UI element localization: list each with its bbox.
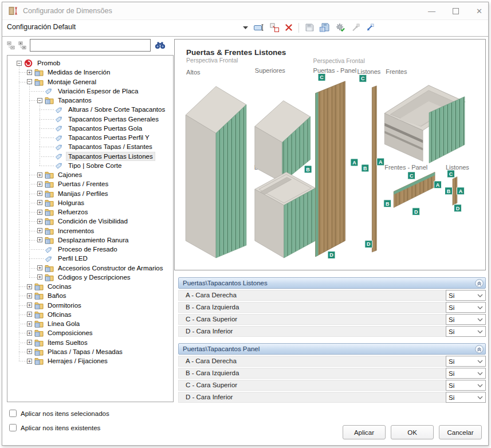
tree-toggle[interactable]: + — [27, 312, 32, 317]
configuration-name[interactable]: Configuración Default — [7, 23, 76, 31]
tree-item-label[interactable]: Incrementos — [56, 227, 96, 235]
close-button[interactable]: ✕ — [476, 7, 482, 15]
tree-item[interactable]: +Oficinas — [7, 310, 173, 319]
tree-item[interactable]: +Ítems Sueltos — [7, 338, 173, 347]
tree-item-label[interactable]: Condición de Visibilidad — [56, 217, 129, 225]
tree-item[interactable]: +Holguras — [7, 198, 173, 207]
import-configuration-icon[interactable] — [366, 23, 374, 32]
tree-item-label[interactable]: Alturas / Sobre Corte Tapacantos — [66, 105, 167, 113]
tree-item-label[interactable]: Tapacantos Tapas / Estantes — [66, 143, 154, 151]
property-select[interactable]: Si — [446, 326, 486, 337]
tree-toggle[interactable]: + — [37, 265, 42, 270]
property-select[interactable]: Si — [446, 368, 486, 379]
tree-toggle[interactable]: − — [27, 79, 32, 84]
maximize-button[interactable] — [453, 8, 459, 14]
tree-item[interactable]: Variación Espesor de Placa — [7, 87, 173, 96]
tree-item[interactable]: +Manijas / Perfiles — [7, 189, 173, 198]
tree-item[interactable]: Perfil LED — [7, 254, 173, 263]
save-configurations-icon[interactable] — [320, 23, 329, 32]
tree-item-label[interactable]: Cajones — [56, 171, 84, 179]
tree-toggle[interactable]: + — [27, 331, 32, 336]
collapse-group-button[interactable] — [475, 345, 484, 353]
apply-selected-items-checkbox-row[interactable]: Aplicar nos itens selecionados — [9, 410, 109, 417]
tree-toggle[interactable]: − — [37, 98, 42, 103]
expand-all-icon[interactable] — [18, 41, 27, 50]
tree-item[interactable]: +Cocinas — [7, 282, 173, 291]
property-select[interactable]: Si — [446, 356, 486, 367]
tree-toggle[interactable]: + — [27, 321, 32, 327]
tree-item[interactable]: +Línea Gola — [7, 319, 173, 328]
tree-toggle[interactable]: + — [37, 219, 42, 224]
copy-configuration-icon[interactable] — [270, 23, 279, 32]
tree-item-label[interactable]: Holguras — [56, 199, 86, 207]
apply-configuration-gear-icon[interactable] — [335, 23, 345, 32]
tree-item-label[interactable]: Tapacantos Puertas Listones — [66, 152, 155, 160]
tree-toggle[interactable]: + — [37, 191, 42, 196]
tree-item[interactable]: Tipo | Sobre Corte — [7, 161, 173, 170]
tree-item[interactable]: Tapacantos Puertas Gola — [7, 124, 173, 133]
apply-selected-items-checkbox[interactable] — [9, 410, 17, 417]
tree-item[interactable]: +Accesorios Constructor de Armarios — [7, 264, 173, 273]
tree-item[interactable]: +Baños — [7, 291, 173, 300]
tree-item-label[interactable]: Tapacantos Puertas Perfil Y — [66, 133, 151, 142]
tree-item[interactable]: +Placas / Tapas / Mesadas — [7, 347, 173, 356]
tree-toggle[interactable]: + — [27, 284, 32, 289]
minimize-button[interactable]: — — [428, 7, 435, 15]
tree-item-label[interactable]: Cocinas — [46, 282, 73, 290]
tree-item-label[interactable]: Refuerzos — [56, 208, 89, 216]
tree-item[interactable]: +Desplazamiento Ranura — [7, 235, 173, 245]
tree-item[interactable]: +Herrajes / Fijaciones — [7, 356, 173, 366]
tree-item-label[interactable]: Tapacantos Puertas Generales — [66, 115, 160, 123]
tree-item-label[interactable]: Promob — [36, 59, 62, 67]
tree-item-label[interactable]: Dormitorios — [46, 301, 83, 309]
tree-item[interactable]: +Refuerzos — [7, 207, 173, 217]
tree-item[interactable]: +Medidas de Inserción — [7, 68, 173, 77]
tree-item-label[interactable]: Accesorios Constructor de Armarios — [56, 264, 164, 272]
dropdown-caret-icon[interactable] — [243, 26, 248, 29]
tree-item-label[interactable]: Oficinas — [46, 311, 73, 319]
tree-item[interactable]: +Puertas / Frentes — [7, 179, 173, 188]
tree-toggle[interactable]: + — [27, 293, 32, 298]
tree-item-label[interactable]: Línea Gola — [46, 320, 81, 328]
tree-item[interactable]: −Promob — [7, 58, 173, 68]
property-select[interactable]: Si — [446, 302, 486, 313]
tree-item-label[interactable]: Puertas / Frentes — [56, 180, 110, 188]
tree-item[interactable]: Proceso de Fresado — [7, 245, 173, 254]
ok-button[interactable]: OK — [391, 425, 434, 439]
tree-toggle[interactable]: + — [37, 228, 42, 233]
tree-item-label[interactable]: Perfil LED — [56, 254, 89, 262]
collapse-all-icon[interactable] — [7, 41, 15, 50]
property-select[interactable]: Si — [446, 380, 486, 391]
tree-toggle[interactable]: + — [37, 274, 42, 280]
tree-item[interactable]: −Montaje General — [7, 77, 173, 87]
tree-toggle[interactable]: + — [37, 237, 42, 242]
tree-item[interactable]: +Condición de Visibilidad — [7, 217, 173, 226]
tree-item-label[interactable]: Medidas de Inserción — [46, 68, 112, 76]
tree-item-label[interactable]: Composiciones — [46, 329, 95, 337]
tree-toggle[interactable]: + — [37, 172, 42, 178]
tree-toggle[interactable]: + — [27, 70, 32, 75]
tree-toggle[interactable]: + — [27, 302, 32, 308]
property-select[interactable]: Si — [446, 392, 486, 403]
rename-configuration-icon[interactable] — [254, 23, 264, 32]
tree-toggle[interactable]: + — [37, 210, 42, 215]
find-binoculars-icon[interactable] — [155, 41, 166, 49]
tree-item[interactable]: Tapacantos Tapas / Estantes — [7, 142, 173, 151]
tree-item[interactable]: Tapacantos Puertas Perfil Y — [7, 133, 173, 142]
tree-item[interactable]: +Códigos y Descripciones — [7, 273, 173, 282]
tree-toggle[interactable]: + — [37, 182, 42, 187]
tree-item-label[interactable]: Tapacantos — [56, 96, 93, 104]
save-icon[interactable] — [305, 23, 314, 32]
tree-item-label[interactable]: Herrajes / Fijaciones — [46, 357, 109, 365]
tree-item-label[interactable]: Ítems Sueltos — [46, 339, 89, 347]
tree-item[interactable]: +Dormitorios — [7, 301, 173, 310]
property-select[interactable]: Si — [446, 314, 486, 325]
tree-item-label[interactable]: Tapacantos Puertas Gola — [66, 124, 144, 132]
tree-item-label[interactable]: Baños — [46, 292, 68, 300]
property-select[interactable]: Si — [446, 290, 486, 301]
collapse-group-button[interactable] — [475, 279, 484, 288]
apply-existing-items-checkbox[interactable] — [9, 424, 17, 431]
apply-existing-items-checkbox-row[interactable]: Aplicar nos itens existentes — [9, 424, 100, 431]
tree-item-label[interactable]: Desplazamiento Ranura — [56, 236, 130, 244]
tree-item[interactable]: Tapacantos Puertas Listones — [7, 152, 173, 161]
